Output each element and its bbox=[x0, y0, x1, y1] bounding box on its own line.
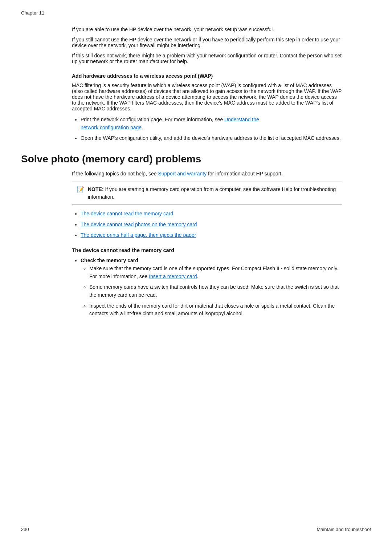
insert-memory-card-link[interactable]: Insert a memory card bbox=[149, 273, 197, 279]
topic-link-item-2: The device cannot read photos on the mem… bbox=[81, 221, 342, 229]
note-text: NOTE: If you are starting a memory card … bbox=[88, 186, 337, 201]
wap-bullet-1: Print the network configuration page. Fo… bbox=[81, 116, 342, 131]
note-icon: 📝 bbox=[77, 186, 84, 193]
page-number: 230 bbox=[21, 527, 29, 532]
subsection1-heading: The device cannot read the memory card bbox=[72, 247, 342, 253]
chapter-header: Chapter 11 bbox=[21, 10, 371, 16]
topic-link-item-1: The device cannot read the memory card bbox=[81, 210, 342, 218]
section-label: Maintain and troubleshoot bbox=[317, 527, 371, 532]
topic-links-list: The device cannot read the memory card T… bbox=[72, 210, 342, 239]
note-label: NOTE: bbox=[88, 186, 104, 192]
support-warranty-link[interactable]: Support and warranty bbox=[158, 171, 207, 177]
check-sub-bullets: Make sure that the memory card is one of… bbox=[81, 265, 342, 318]
wap-bullet-2: Open the WAP's configuration utility, an… bbox=[81, 134, 342, 142]
check-bullet-2: Some memory cards have a switch that con… bbox=[89, 283, 342, 299]
check-bullet-1: Make sure that the memory card is one of… bbox=[89, 265, 342, 280]
link-cannot-read-photos[interactable]: The device cannot read photos on the mem… bbox=[81, 222, 197, 227]
wap-body: MAC filtering is a security feature in w… bbox=[72, 82, 342, 112]
subsection1-list: Check the memory card Make sure that the… bbox=[72, 257, 342, 318]
page-footer: 230 Maintain and troubleshoot bbox=[21, 527, 371, 532]
intro-paragraph: If the following topics do not help, see… bbox=[72, 171, 342, 177]
wap-heading: Add hardware addresses to a wireless acc… bbox=[72, 73, 342, 79]
check-memory-card-item: Check the memory card Make sure that the… bbox=[81, 257, 342, 318]
paragraph-3: If this still does not work, there might… bbox=[72, 53, 342, 64]
link-prints-half-page[interactable]: The device prints half a page, then ejec… bbox=[81, 232, 196, 238]
check-bullet-3: Inspect the ends of the memory card for … bbox=[89, 302, 342, 318]
wap-bullets: Print the network configuration page. Fo… bbox=[72, 116, 342, 142]
topic-link-item-3: The device prints half a page, then ejec… bbox=[81, 231, 342, 239]
paragraph-1: If you are able to use the HP device ove… bbox=[72, 27, 342, 32]
note-box: 📝 NOTE: If you are starting a memory car… bbox=[72, 182, 342, 205]
link-cannot-read-card[interactable]: The device cannot read the memory card bbox=[81, 211, 173, 216]
main-section-title: Solve photo (memory card) problems bbox=[21, 153, 371, 165]
check-heading: Check the memory card bbox=[81, 258, 138, 263]
paragraph-2: If you still cannot use the HP device ov… bbox=[72, 37, 342, 48]
